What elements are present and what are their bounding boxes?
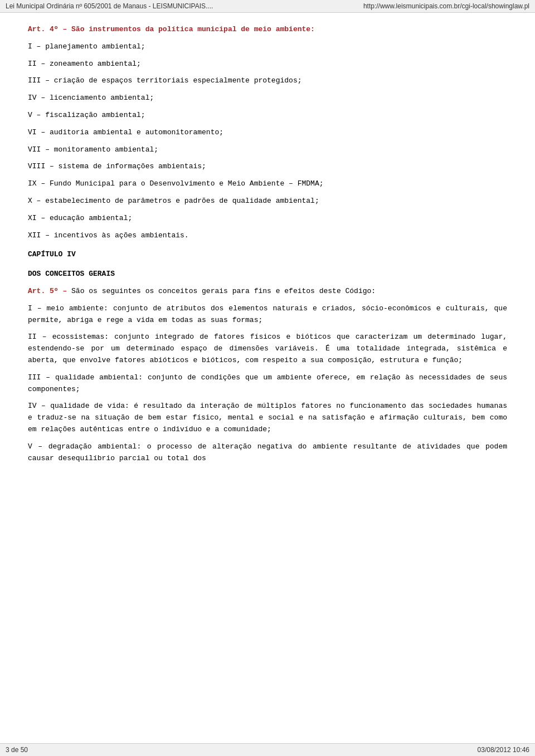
article4-title: Art. 4º – São instrumentos da política m… — [28, 25, 315, 33]
article4-item-5: V – fiscalização ambiental; — [28, 110, 507, 121]
footer-page: 3 de 50 — [6, 746, 28, 754]
main-content: Art. 4º – São instrumentos da política m… — [0, 13, 535, 503]
browser-url: http://www.leismunicipais.com.br/cgi-loc… — [363, 2, 529, 10]
article4-item-3: III – criação de espaços territoriais es… — [28, 75, 507, 87]
article5-heading: Art. 5º – São os seguintes os conceitos … — [28, 286, 507, 297]
footer-bar: 3 de 50 03/08/2012 10:46 — [0, 743, 535, 756]
article5-item-5: V – degradação ambiental: o processo de … — [28, 441, 507, 465]
article4-item-12: XII – incentivos às ações ambientais. — [28, 230, 507, 242]
article5-item-2: II – ecossistemas: conjunto integrado de… — [28, 331, 507, 366]
article4-item-4: IV – licenciamento ambiental; — [28, 92, 507, 104]
article5-heading-plain: São os seguintes os conceitos gerais par… — [71, 287, 376, 295]
article4-item-11: XI – educação ambiental; — [28, 213, 507, 225]
article4-heading: Art. 4º – São instrumentos da política m… — [28, 24, 507, 36]
article4-item-6: VI – auditoria ambiental e automonitoram… — [28, 127, 507, 139]
browser-title: Lei Municipal Ordinária nº 605/2001 de M… — [6, 2, 213, 10]
chapter4-line1: CAPÍTULO IV — [28, 249, 507, 261]
article4-item-1: I – planejamento ambiental; — [28, 41, 507, 53]
article4-item-8: VIII – sistema de informações ambientais… — [28, 161, 507, 173]
article5-item-3: III – qualidade ambiental: conjunto de c… — [28, 372, 507, 396]
chapter4-line2: DOS CONCEITOS GERAIS — [28, 269, 507, 280]
article4-item-2: II – zoneamento ambiental; — [28, 58, 507, 70]
article4-item-7: VII – monitoramento ambiental; — [28, 144, 507, 156]
article5-title: Art. 5º – — [28, 287, 67, 295]
browser-bar: Lei Municipal Ordinária nº 605/2001 de M… — [0, 0, 535, 13]
article4-item-9: IX – Fundo Municipal para o Desenvolvime… — [28, 178, 507, 190]
footer-datetime: 03/08/2012 10:46 — [478, 746, 529, 754]
article4-item-10: X – estabelecimento de parâmetros e padr… — [28, 196, 507, 207]
article5-item-4: IV – qualidade de vida: é resultado da i… — [28, 401, 507, 435]
article5-item-1: I – meio ambiente: conjunto de atributos… — [28, 303, 507, 326]
